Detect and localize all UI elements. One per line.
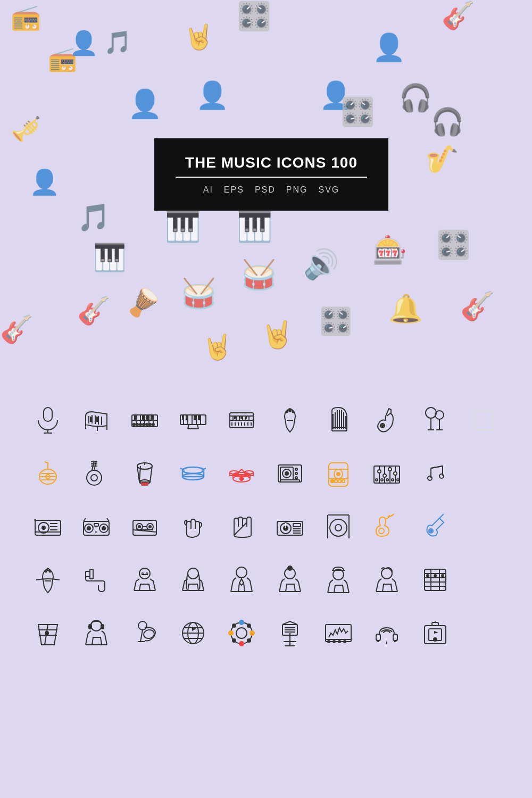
svg-point-232 <box>229 631 233 635</box>
svg-point-66 <box>293 411 294 413</box>
svg-point-251 <box>338 641 340 643</box>
svg-point-165 <box>149 526 151 528</box>
scatter-headphones: 🎧 <box>399 82 432 113</box>
svg-point-141 <box>397 479 399 481</box>
svg-point-135 <box>388 468 392 471</box>
svg-rect-126 <box>338 480 341 483</box>
svg-point-187 <box>430 530 432 532</box>
svg-line-185 <box>439 514 444 518</box>
svg-rect-11 <box>90 417 93 422</box>
icon-cello <box>27 559 69 601</box>
svg-point-97 <box>91 475 97 481</box>
svg-point-233 <box>250 631 254 635</box>
svg-point-154 <box>87 527 90 530</box>
icon-placeholder-3 <box>462 505 505 548</box>
scatter-hands: 🤘 <box>202 332 232 361</box>
svg-rect-53 <box>240 416 243 419</box>
icon-maracas <box>414 399 456 442</box>
scatter-dj: 🎛️ <box>237 0 271 32</box>
svg-point-91 <box>87 470 102 485</box>
scatter-piano: 🎹 <box>165 210 201 244</box>
icon-violin <box>269 399 311 442</box>
icon-acoustic-guitar <box>365 505 408 548</box>
svg-point-239 <box>247 639 251 642</box>
svg-point-79 <box>426 408 436 418</box>
icon-person-long-hair <box>172 559 214 601</box>
svg-point-236 <box>232 624 236 627</box>
svg-point-30 <box>152 423 154 426</box>
svg-rect-145 <box>35 520 61 535</box>
icon-raised-hands <box>220 505 263 548</box>
icon-grand-piano <box>75 399 118 442</box>
svg-point-140 <box>392 479 394 481</box>
svg-point-214 <box>45 631 48 635</box>
icon-person-glasses <box>123 559 166 601</box>
svg-point-193 <box>139 568 150 579</box>
svg-point-110 <box>240 477 243 480</box>
svg-rect-22 <box>146 415 149 420</box>
svg-line-221 <box>140 630 143 642</box>
scatter-person5: 👤 <box>196 80 229 111</box>
svg-point-209 <box>427 575 429 577</box>
svg-point-210 <box>434 575 436 577</box>
scatter-guitar-side: 🎸 <box>0 314 33 345</box>
scatter-guitar2: 🎸 <box>460 290 495 322</box>
scatter-sax: 🎷 <box>426 144 459 174</box>
icon-microphone <box>27 399 69 442</box>
svg-point-24 <box>133 423 135 426</box>
icon-cd-player <box>27 505 69 548</box>
scatter-amp: 🔊 <box>303 247 339 281</box>
scatter-trumpet: 🎺 <box>11 114 41 143</box>
icon-banjo <box>75 452 118 495</box>
icon-dj-deck <box>269 505 311 548</box>
svg-point-201 <box>381 568 392 579</box>
hero-title: THE MUSIC ICONS 100 <box>176 154 367 178</box>
svg-point-134 <box>383 474 386 477</box>
format-eps: EPS <box>224 185 244 195</box>
icon-saxophone <box>365 399 408 442</box>
svg-rect-120 <box>280 480 300 482</box>
scatter-gong: 🔔 <box>388 293 423 325</box>
icon-placeholder-4 <box>462 559 505 601</box>
svg-point-237 <box>247 624 251 627</box>
scatter-mixer: 🎛️ <box>436 229 471 261</box>
svg-point-156 <box>102 527 105 530</box>
scatter-djembe: 🪘 <box>127 287 160 318</box>
svg-point-258 <box>434 638 437 641</box>
hero-section: 📻 🎵 🎛️ 🎸 🤘 👤 📻 👤 👤 🎧 👤 👤 🎺 🎧 🎷 👤 🎙️ 🎵 🎹 … <box>0 0 532 383</box>
scatter-drums: 🥁 <box>241 258 277 292</box>
scatter-music-note: 🎵 <box>104 29 131 55</box>
svg-point-234 <box>239 620 244 625</box>
icon-drum-kit <box>220 452 263 495</box>
icon-accordion <box>414 559 456 601</box>
svg-rect-31 <box>180 415 206 425</box>
svg-rect-54 <box>245 416 247 419</box>
svg-point-26 <box>139 423 142 426</box>
icon-jukebox <box>317 452 360 495</box>
svg-point-137 <box>376 479 378 481</box>
svg-rect-124 <box>331 480 334 483</box>
svg-point-29 <box>149 423 151 426</box>
icon-rock-hand <box>172 505 214 548</box>
format-psd: PSD <box>255 185 276 195</box>
svg-rect-172 <box>293 523 301 527</box>
icon-trombone <box>75 559 118 601</box>
svg-point-191 <box>45 571 47 572</box>
scatter-boombox: 📻 <box>11 3 41 31</box>
scatter-person4: 👤 <box>128 88 162 120</box>
scatter-person6: 👤 <box>29 168 60 196</box>
icon-grid-section <box>0 388 532 665</box>
svg-rect-202 <box>425 569 446 591</box>
svg-rect-0 <box>44 408 52 421</box>
svg-point-143 <box>439 474 444 478</box>
icon-keyboard <box>123 399 166 442</box>
scatter-rock2: 🤘 <box>261 319 294 350</box>
svg-line-144 <box>431 466 443 468</box>
scatter-piano2: 🎹 <box>237 210 272 244</box>
scatter-headphones2: 🎸 <box>442 0 475 31</box>
icon-cassette <box>123 505 166 548</box>
svg-point-117 <box>295 468 297 470</box>
svg-point-250 <box>333 641 335 643</box>
scatter-snare: 🥁 <box>181 277 217 310</box>
svg-point-195 <box>188 568 198 579</box>
